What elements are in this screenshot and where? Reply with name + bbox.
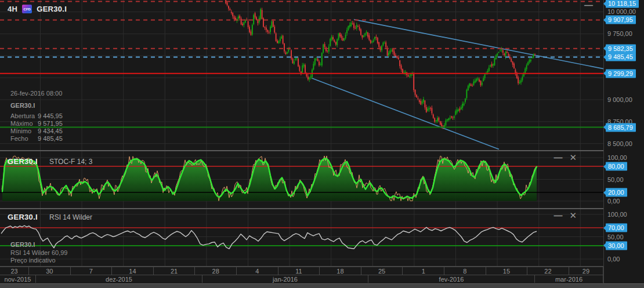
ohlc-info-box: 26-fev-2016 08:00 GER30.I Abertura 9 445… xyxy=(10,90,63,143)
timeframe-label[interactable]: 4H xyxy=(8,5,17,13)
cfd-instrument-icon: CFD xyxy=(22,5,32,13)
price-label: 100,00 xyxy=(607,211,627,218)
main-price-panel[interactable]: 4H CFD GER30.I — 26-fev-2016 08:00 GER30… xyxy=(0,0,603,150)
price-badge: 9 907,95 xyxy=(606,16,636,24)
x-axis-day-label: 21 xyxy=(154,267,196,275)
x-axis-day-label: 25 xyxy=(361,267,403,275)
main-panel-header: 4H CFD GER30.I xyxy=(8,5,67,13)
rsi-symbol-label[interactable]: GER30.I xyxy=(8,213,38,221)
crosshair-datetime: 26-fev-2016 08:00 xyxy=(10,90,63,97)
axis-corner xyxy=(603,267,644,283)
x-axis-month-label: jan-2016 xyxy=(202,275,368,283)
rsi-reading: RSI 14 Wilder 60,99 xyxy=(10,249,67,257)
trading-chart-window: 4H CFD GER30.I — 26-fev-2016 08:00 GER30… xyxy=(0,0,644,288)
price-badge: 10 118,15 xyxy=(606,0,639,8)
price-label: 10 000,00 xyxy=(607,8,636,15)
price-badge: 9 299,29 xyxy=(606,69,636,78)
rsi-panel[interactable]: GER30.I RSI 14 Wilder — ✕ GER30.I RSI 14… xyxy=(0,209,603,266)
low-label: Mínimo xyxy=(10,127,38,134)
price-label: 9 750,00 xyxy=(607,30,632,37)
x-axis-months[interactable]: nov-2015dez-2015jan-2016fev-2016mar-2016 xyxy=(0,275,603,284)
open-value: 9 445,95 xyxy=(38,112,63,119)
minimize-icon[interactable]: — xyxy=(553,212,562,220)
price-label: 50,00 xyxy=(607,176,624,183)
price-badge: 70,00 xyxy=(606,224,627,232)
rsi-panel-buttons: — ✕ xyxy=(553,212,577,220)
rsi-footer: GER30.I RSI 14 Wilder 60,99 Preço indica… xyxy=(10,241,67,265)
x-axis-days[interactable]: 23307142128411182518152229 xyxy=(0,267,603,275)
x-axis-month-label: dez-2015 xyxy=(36,275,202,283)
price-label: 100,00 xyxy=(607,154,627,161)
minimize-icon[interactable]: — xyxy=(584,1,593,9)
indicative-price-note: Preço indicativo xyxy=(10,257,67,265)
main-candlestick-canvas[interactable] xyxy=(0,0,603,150)
x-axis-month-label: mar-2016 xyxy=(535,275,603,283)
stoch-indicator-label[interactable]: STOC-F 14; 3 xyxy=(49,158,92,166)
price-badge: 9 485,45 xyxy=(606,53,636,61)
rsi-panel-header: GER30.I RSI 14 Wilder xyxy=(8,213,92,221)
price-label: 9 000,00 xyxy=(607,96,632,103)
price-badge: 30,00 xyxy=(606,241,627,250)
x-axis-month-label: nov-2015 xyxy=(0,275,36,283)
close-label: Fecho xyxy=(10,135,38,142)
x-axis-day-label: 30 xyxy=(29,267,71,275)
x-axis-day-label: 22 xyxy=(527,267,569,275)
stoch-panel-buttons: — ✕ xyxy=(553,154,577,162)
high-label: Máximo xyxy=(10,120,38,127)
info-row-high: Máximo 9 571,95 xyxy=(10,120,63,127)
price-badge: 8 685,79 xyxy=(606,123,636,132)
price-badge: 9 582,35 xyxy=(606,44,636,53)
x-axis-day-label: 29 xyxy=(569,267,603,275)
stochastic-panel[interactable]: GER30.I STOC-F 14; 3 — ✕ xyxy=(0,151,603,208)
price-badge: 20,00 xyxy=(606,188,627,197)
main-panel-buttons: — xyxy=(584,1,593,9)
stoch-panel-header: GER30.I STOC-F 14; 3 xyxy=(8,157,92,166)
symbol-label[interactable]: GER30.I xyxy=(37,5,67,13)
price-label: 0,00 xyxy=(607,198,620,205)
close-value: 9 485,45 xyxy=(38,135,63,142)
price-axis[interactable]: 10 118,1510 000,009 907,959 750,009 582,… xyxy=(603,0,644,267)
x-axis-day-label: 4 xyxy=(237,267,278,275)
close-icon[interactable]: ✕ xyxy=(569,212,577,220)
horizontal-scrollbar[interactable] xyxy=(0,283,644,288)
price-label: 0,00 xyxy=(607,256,620,263)
info-row-low: Mínimo 9 434,45 xyxy=(10,127,63,134)
x-axis-day-label: 8 xyxy=(444,267,486,275)
x-axis-month-label: fev-2016 xyxy=(368,275,535,283)
price-label: 50,00 xyxy=(607,234,624,240)
x-axis-day-label: 28 xyxy=(195,267,237,275)
x-axis-day-label: 15 xyxy=(486,267,528,275)
rsi-indicator-label[interactable]: RSI 14 Wilder xyxy=(49,213,92,221)
x-axis-day-label: 18 xyxy=(320,267,361,275)
info-row-open: Abertura 9 445,95 xyxy=(10,112,63,119)
price-label: 8 500,00 xyxy=(607,140,632,147)
close-icon[interactable]: ✕ xyxy=(569,154,577,162)
x-axis-day-label: 14 xyxy=(112,267,154,275)
info-symbol: GER30.I xyxy=(10,102,63,109)
rsi-footer-symbol: GER30.I xyxy=(10,241,67,249)
x-axis-day-label: 1 xyxy=(403,267,444,275)
open-label: Abertura xyxy=(10,112,38,119)
x-axis-day-label: 11 xyxy=(278,267,320,275)
stoch-symbol-label[interactable]: GER30.I xyxy=(8,157,38,166)
info-row-close: Fecho 9 485,45 xyxy=(10,135,63,142)
price-badge: 80,00 xyxy=(606,162,627,171)
x-axis-day-label: 7 xyxy=(71,267,113,275)
high-value: 9 571,95 xyxy=(38,120,63,127)
low-value: 9 434,45 xyxy=(38,127,63,134)
minimize-icon[interactable]: — xyxy=(553,154,562,162)
x-axis-day-label: 23 xyxy=(0,267,29,275)
